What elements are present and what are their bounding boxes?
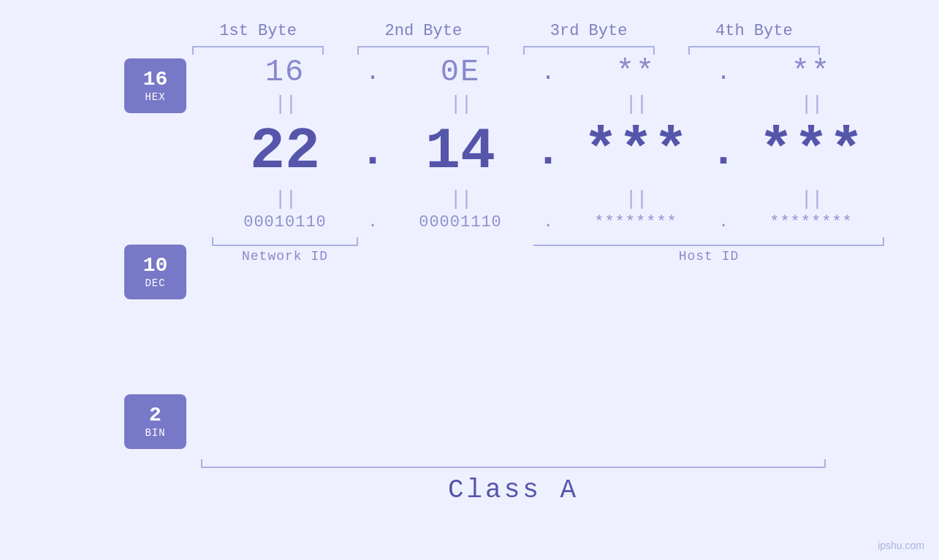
hex-badge-type: HEX [145,91,165,103]
badges-column: 16 HEX 10 DEC 2 BIN [124,55,212,449]
eq2-b3: || [563,188,709,210]
dec-b1: 22 [212,118,358,185]
bin-badge-type: BIN [145,427,165,439]
main-container: 1st Byte 2nd Byte 3rd Byte 4th Byte 16 H… [0,0,939,560]
bracket-byte2 [357,46,489,55]
watermark: ipshu.com [878,540,924,551]
hex-b4: ** [738,55,884,90]
byte3-header: 3rd Byte [516,22,662,40]
hex-row: 16 . 0E . ** . ** [212,55,884,90]
id-labels: Network ID Host ID [212,249,884,264]
dec-dot1: . [358,127,387,177]
dec-dot3: . [709,127,738,177]
bin-dot3: . [709,213,738,231]
equals-row-2: || || || || [212,185,884,213]
dec-b2: 14 [387,118,533,185]
hex-b3: ** [563,55,709,90]
bin-badge: 2 BIN [124,394,186,449]
dec-badge-num: 10 [143,255,168,277]
bin-dot1: . [358,213,387,231]
host-id-bracket [533,237,884,246]
bracket-byte3 [523,46,655,55]
eq2-b1: || [212,188,358,210]
eq1-b4: || [738,93,884,115]
byte1-header: 1st Byte [185,22,331,40]
top-brackets [102,46,837,55]
bin-b3: ******** [563,213,709,231]
hex-badge: 16 HEX [124,58,186,113]
data-content: 16 . 0E . ** . ** || || [212,55,884,449]
dec-b3: *** [563,118,709,185]
eq1-b1: || [212,93,358,115]
bin-row: 00010110 . 00001110 . ******** . *******… [212,213,884,231]
class-label: Class A [201,475,826,505]
bin-badge-num: 2 [149,404,161,427]
class-bracket [201,459,826,468]
class-section: Class A [201,459,826,505]
network-id-bracket [212,237,358,246]
dec-b4: *** [738,118,884,185]
badge-spacer-1 [124,150,212,245]
dec-dot2: . [533,127,563,177]
hex-b2: 0E [387,55,533,90]
eq1-b3: || [563,93,709,115]
eq2-b2: || [387,188,533,210]
bracket-byte4 [688,46,820,55]
byte-headers-row: 1st Byte 2nd Byte 3rd Byte 4th Byte [102,0,837,40]
hex-dot2: . [533,59,563,86]
byte4-header: 4th Byte [681,22,827,40]
bin-dot2: . [533,213,563,231]
badge-spacer-2 [124,336,212,394]
eq1-b2: || [387,93,533,115]
hex-badge-num: 16 [143,69,168,91]
bin-b2: 00001110 [387,213,533,231]
dec-badge-type: DEC [145,277,165,289]
bottom-brackets-container [212,237,884,246]
network-id-label: Network ID [212,249,358,264]
byte2-header: 2nd Byte [350,22,496,40]
hex-dot3: . [709,59,738,86]
bracket-byte1 [192,46,324,55]
eq2-b4: || [738,188,884,210]
hex-dot1: . [358,59,387,86]
dec-row: 22 . 14 . *** . *** [212,118,884,185]
data-layout: 16 HEX 10 DEC 2 BIN 16 . [102,55,837,449]
bin-b4: ******** [738,213,884,231]
hex-b1: 16 [212,55,358,90]
bin-b1: 00010110 [212,213,358,231]
host-id-label: Host ID [533,249,884,264]
dec-badge: 10 DEC [124,245,186,299]
equals-row-1: || || || || [212,90,884,118]
